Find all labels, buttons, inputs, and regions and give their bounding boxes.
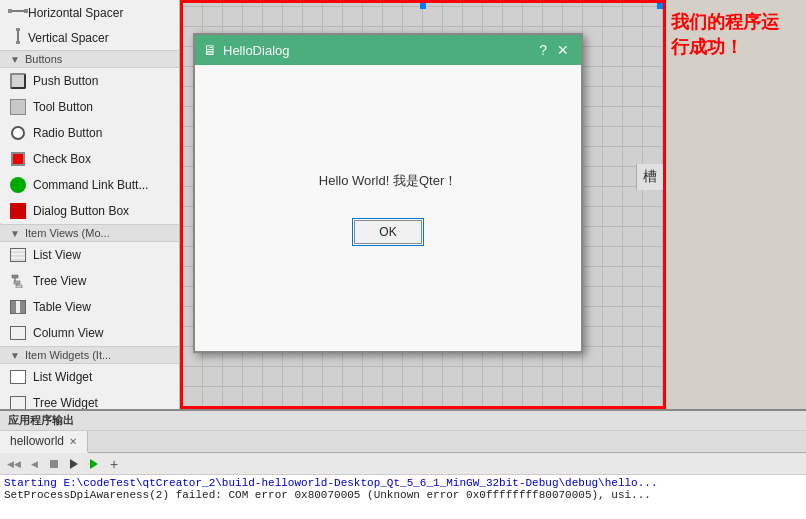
dialog-titlebar: 🖥 HelloDialog ? ✕ bbox=[195, 35, 581, 65]
sidebar-item-list-view[interactable]: List View bbox=[0, 242, 179, 268]
center-canvas: 🖥 HelloDialog ? ✕ Hello World! 我是Qter！ O… bbox=[180, 0, 666, 409]
canvas-grid[interactable]: 🖥 HelloDialog ? ✕ Hello World! 我是Qter！ O… bbox=[183, 3, 663, 406]
sidebar-item-tree-widget[interactable]: Tree Widget bbox=[0, 390, 179, 409]
tab-close-icon[interactable]: ✕ bbox=[69, 436, 77, 447]
collapse-widgets-icon[interactable]: ▼ bbox=[8, 350, 22, 361]
dialog-title: HelloDialog bbox=[223, 43, 533, 58]
list-widget-icon bbox=[8, 367, 28, 387]
check-box-icon bbox=[8, 149, 28, 169]
svg-rect-11 bbox=[50, 460, 58, 468]
svg-marker-13 bbox=[90, 459, 98, 469]
top-area: Horizontal Spacer Vertical Spacer ▼ Butt… bbox=[0, 0, 806, 409]
dialog-ok-button[interactable]: OK bbox=[354, 220, 421, 244]
section-header-item-widgets: ▼ Item Widgets (It... bbox=[0, 346, 179, 364]
sidebar-item-horizontal-spacer[interactable]: Horizontal Spacer bbox=[0, 0, 179, 25]
dialog-close-button[interactable]: ✕ bbox=[553, 42, 573, 58]
svg-rect-10 bbox=[16, 285, 22, 288]
toolbar-prev-button[interactable]: ◀◀ bbox=[5, 455, 23, 473]
sidebar-item-push-button[interactable]: Push Button bbox=[0, 68, 179, 94]
toolbar-play-button[interactable] bbox=[65, 455, 83, 473]
log-line-2: SetProcessDpiAwareness(2) failed: COM er… bbox=[4, 489, 802, 501]
output-log: Starting E:\codeTest\qtCreator_2\build-h… bbox=[0, 475, 806, 519]
section-header-item-views: ▼ Item Views (Mo... bbox=[0, 224, 179, 242]
output-section-label: 应用程序输出 bbox=[0, 411, 806, 431]
svg-marker-12 bbox=[70, 459, 78, 469]
section-header-buttons: ▼ Buttons bbox=[0, 50, 179, 68]
tool-button-icon bbox=[8, 97, 28, 117]
collapse-views-icon[interactable]: ▼ bbox=[8, 228, 22, 239]
sidebar-item-dialog-button-box[interactable]: Dialog Button Box bbox=[0, 198, 179, 224]
vertical-spacer-label: Vertical Spacer bbox=[28, 31, 109, 45]
main-container: Horizontal Spacer Vertical Spacer ▼ Butt… bbox=[0, 0, 806, 519]
bottom-tabs: helloworld ✕ bbox=[0, 431, 806, 453]
collapse-buttons-icon[interactable]: ▼ bbox=[8, 54, 22, 65]
dialog-message: Hello World! 我是Qter！ bbox=[319, 172, 457, 190]
toolbar-play-green-button[interactable] bbox=[85, 455, 103, 473]
svg-rect-6 bbox=[12, 275, 18, 278]
toolbar-add-button[interactable]: + bbox=[105, 455, 123, 473]
sidebar-item-column-view[interactable]: Column View bbox=[0, 320, 179, 346]
hello-dialog: 🖥 HelloDialog ? ✕ Hello World! 我是Qter！ O… bbox=[193, 33, 583, 353]
tree-widget-icon bbox=[8, 393, 28, 409]
dialog-help-button[interactable]: ? bbox=[535, 42, 551, 58]
resize-handle-top-right[interactable] bbox=[657, 3, 663, 9]
dialog-app-icon: 🖥 bbox=[203, 42, 217, 58]
sidebar-item-tool-button[interactable]: Tool Button bbox=[0, 94, 179, 120]
column-view-icon bbox=[8, 323, 28, 343]
sidebar-item-tree-view[interactable]: Tree View bbox=[0, 268, 179, 294]
tab-helloworld[interactable]: helloworld ✕ bbox=[0, 431, 88, 453]
bottom-toolbar: ◀◀ ◀ + bbox=[0, 453, 806, 475]
property-slot-label: 槽 bbox=[636, 164, 663, 190]
toolbar-back-button[interactable]: ◀ bbox=[25, 455, 43, 473]
sidebar-item-check-box[interactable]: Check Box bbox=[0, 146, 179, 172]
log-line-1: Starting E:\codeTest\qtCreator_2\build-h… bbox=[4, 477, 802, 489]
dialog-content: Hello World! 我是Qter！ OK bbox=[195, 65, 581, 351]
push-button-icon bbox=[8, 71, 28, 91]
sidebar-item-command-link[interactable]: Command Link Butt... bbox=[0, 172, 179, 198]
right-panel: 我们的程序运 行成功！ bbox=[666, 0, 806, 409]
svg-rect-3 bbox=[16, 28, 20, 31]
table-view-icon bbox=[8, 297, 28, 317]
sidebar-item-vertical-spacer[interactable]: Vertical Spacer bbox=[0, 25, 179, 50]
dialog-button-box-icon bbox=[8, 201, 28, 221]
sidebar-item-table-view[interactable]: Table View bbox=[0, 294, 179, 320]
toolbar-stop-button[interactable] bbox=[45, 455, 63, 473]
sidebar: Horizontal Spacer Vertical Spacer ▼ Butt… bbox=[0, 0, 180, 409]
list-view-icon bbox=[8, 245, 28, 265]
svg-rect-0 bbox=[8, 9, 12, 13]
vertical-spacer-icon bbox=[8, 28, 28, 47]
horizontal-spacer-label: Horizontal Spacer bbox=[28, 6, 123, 20]
command-link-icon bbox=[8, 175, 28, 195]
radio-button-icon bbox=[8, 123, 28, 143]
sidebar-item-list-widget[interactable]: List Widget bbox=[0, 364, 179, 390]
bottom-area: 应用程序输出 helloworld ✕ ◀◀ ◀ + bbox=[0, 409, 806, 519]
resize-handle-top[interactable] bbox=[420, 3, 426, 9]
svg-rect-5 bbox=[16, 41, 20, 44]
svg-rect-8 bbox=[14, 281, 20, 284]
sidebar-item-radio-button[interactable]: Radio Button bbox=[0, 120, 179, 146]
horizontal-spacer-icon bbox=[8, 3, 28, 22]
right-success-text: 我们的程序运 行成功！ bbox=[671, 10, 779, 60]
tree-view-icon bbox=[8, 271, 28, 291]
